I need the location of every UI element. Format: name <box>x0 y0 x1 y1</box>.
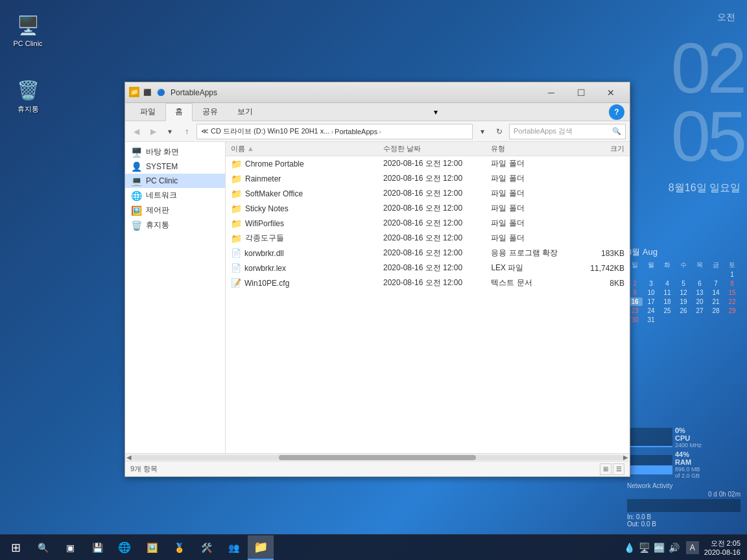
cal-day[interactable]: 4 <box>659 279 675 288</box>
clock-minutes: 05 <box>671 96 744 176</box>
cal-day[interactable]: 14 <box>708 288 724 297</box>
titlebar-icon-1: 📁 <box>129 87 139 97</box>
close-button[interactable]: ✕ <box>596 82 626 103</box>
cal-day[interactable]: 17 <box>643 298 659 306</box>
cal-day[interactable]: 3 <box>643 279 659 288</box>
cal-day[interactable]: 15 <box>724 288 740 297</box>
cal-day[interactable]: 31 <box>643 316 659 324</box>
cal-day[interactable]: 6 <box>692 279 707 288</box>
tray-icon-monitor[interactable]: 🖥️ <box>639 542 650 553</box>
tray-icon-sound[interactable]: 🔊 <box>669 542 680 553</box>
cal-day[interactable] <box>676 270 691 279</box>
tools-button[interactable]: 🛠️ <box>193 535 219 560</box>
photos-button[interactable]: 🖼️ <box>139 535 165 560</box>
table-row[interactable]: 📄korwbrkr.lex 2020-08-16 오전 12:00 LEX 파일… <box>226 261 630 275</box>
path-dropdown[interactable]: ▾ <box>475 124 490 139</box>
address-path[interactable]: ≪ CD 드라이브 (D:) Win10 PE 20H1 x... › Port… <box>196 124 473 139</box>
table-row[interactable]: 📁SoftMaker Office 2020-08-16 오전 12:00 파일… <box>226 186 630 201</box>
ribbon-tab-share[interactable]: 공유 <box>193 103 228 121</box>
list-view-button[interactable]: ☰ <box>613 463 624 475</box>
maximize-button[interactable]: ☐ <box>566 82 596 103</box>
save-button[interactable]: 💾 <box>84 535 110 560</box>
cal-day[interactable]: 5 <box>676 279 691 288</box>
table-row[interactable]: 📁Chrome Portable 2020-08-16 오전 12:00 파일 … <box>226 156 630 171</box>
ribbon-help[interactable]: ? <box>609 104 624 120</box>
cal-day-header: 토 <box>724 261 740 270</box>
calendar-widget: 8월 Aug 일월화수목금토12345678910111213141516171… <box>627 246 741 324</box>
table-row[interactable]: 📁Rainmeter 2020-08-16 오전 12:00 파일 폴더 <box>226 171 630 186</box>
folder-icon: 📁 <box>231 218 242 229</box>
back-button[interactable]: ◀ <box>129 124 143 139</box>
ribbon-tab-view[interactable]: 보기 <box>228 103 263 121</box>
cal-day[interactable]: 7 <box>708 279 724 288</box>
details-view-button[interactable]: ⊞ <box>600 463 611 475</box>
up-button[interactable]: ↑ <box>180 124 194 139</box>
cal-day[interactable]: 19 <box>676 298 691 306</box>
cal-day[interactable]: 10 <box>643 288 659 297</box>
forward-button[interactable]: ▶ <box>146 124 160 139</box>
table-row[interactable]: 📁각종도구들 2020-08-16 오전 12:00 파일 폴더 <box>226 231 630 246</box>
controlpanel-nav-label: 제어판 <box>146 205 169 216</box>
cal-day[interactable] <box>692 270 707 279</box>
cal-day[interactable]: 27 <box>692 307 707 315</box>
desktop-icon-recycle[interactable]: 🗑️ 휴지통 <box>5 75 51 117</box>
table-row[interactable]: 📁Sticky Notes 2020-08-16 오전 12:00 파일 폴더 <box>226 201 630 216</box>
cal-day[interactable] <box>643 270 659 279</box>
tray-icon-keyboard[interactable]: 🔤 <box>654 542 665 553</box>
cal-day[interactable]: 20 <box>692 298 707 306</box>
cal-day[interactable]: 26 <box>676 307 691 315</box>
files-button[interactable]: 📁 <box>248 535 274 560</box>
horizontal-scrollbar[interactable]: ◀ ▶ <box>125 453 630 461</box>
refresh-button[interactable]: ↻ <box>492 124 506 139</box>
cal-day[interactable]: 13 <box>692 288 707 297</box>
search-button[interactable]: 🔍 <box>30 535 56 560</box>
search-box[interactable]: PortableApps 검색 🔍 <box>509 124 626 139</box>
table-row[interactable]: 📄korwbrkr.dll 2020-08-16 오전 12:00 응용 프로그… <box>226 246 630 261</box>
col-size-header[interactable]: 크기 <box>574 144 624 154</box>
nav-item-controlpanel[interactable]: 🖼️ 제어판 <box>125 203 225 218</box>
start-button[interactable]: ⊞ <box>3 535 29 560</box>
folder-icon: 📁 <box>231 174 242 184</box>
nav-item-desktop[interactable]: 🖥️ 바탕 화면 <box>125 145 225 159</box>
cal-day[interactable]: 12 <box>676 288 691 297</box>
cal-day[interactable]: 24 <box>643 307 659 315</box>
nav-item-system[interactable]: 👤 SYSTEM <box>125 159 225 174</box>
people-button[interactable]: 👥 <box>220 535 246 560</box>
medal-button[interactable]: 🏅 <box>166 535 192 560</box>
cal-day[interactable]: 11 <box>659 288 675 297</box>
ribbon-dropdown[interactable]: ▾ <box>430 103 442 121</box>
ime-indicator[interactable]: A <box>686 541 699 554</box>
minimize-button[interactable]: ─ <box>536 82 566 103</box>
cal-day[interactable]: 18 <box>659 298 675 306</box>
cal-day[interactable] <box>659 270 675 279</box>
col-type-header[interactable]: 유형 <box>491 144 573 154</box>
taskbar-clock[interactable]: 오전 2:05 2020-08-16 <box>700 539 744 556</box>
cal-day[interactable]: 1 <box>724 270 740 279</box>
col-date-header[interactable]: 수정한 날짜 <box>383 144 491 154</box>
nav-item-recycle[interactable]: 🗑️ 휴지통 <box>125 218 225 233</box>
nav-item-pcclinic[interactable]: 💻 PC Clinic <box>125 174 225 188</box>
clock-display: 02 <box>671 32 744 104</box>
cal-day[interactable]: 28 <box>708 307 724 315</box>
cal-day[interactable] <box>708 270 724 279</box>
cal-day[interactable]: 8 <box>724 279 740 288</box>
col-name-header[interactable]: 이름 ▲ <box>231 144 383 154</box>
pcclinic-nav-icon: 💻 <box>130 176 142 186</box>
table-row[interactable]: 📝Win10PE.cfg 2020-08-16 오전 12:00 텍스트 문서 … <box>226 275 630 290</box>
cal-day[interactable]: 29 <box>724 307 740 315</box>
desktop-icon-pc-clinic[interactable]: 🖥️ PC Clinic <box>5 10 51 50</box>
cal-day[interactable]: 25 <box>659 307 675 315</box>
table-row[interactable]: 📁WifiPorfiles 2020-08-16 오전 12:00 파일 폴더 <box>226 216 630 231</box>
chrome-button[interactable]: 🌐 <box>112 535 137 560</box>
titlebar-icon-2: ⬛ <box>141 87 153 99</box>
ribbon-tab-file[interactable]: 파일 <box>130 103 165 121</box>
system-monitor: 0% CPU 2400 MHz 44% RAM 896.0 MBof 2.0 G… <box>627 426 741 528</box>
cal-day[interactable]: 22 <box>724 298 740 306</box>
cal-day[interactable]: 21 <box>708 298 724 306</box>
terminal-button[interactable]: ▣ <box>57 535 83 560</box>
ribbon-tab-home[interactable]: 홈 <box>165 103 193 121</box>
nav-item-network[interactable]: 🌐 네트워크 <box>125 188 225 203</box>
tray-icon-droplet[interactable]: 💧 <box>624 542 635 553</box>
taskbar-date: 2020-08-16 <box>704 548 741 556</box>
nav-dropdown[interactable]: ▾ <box>163 124 177 139</box>
